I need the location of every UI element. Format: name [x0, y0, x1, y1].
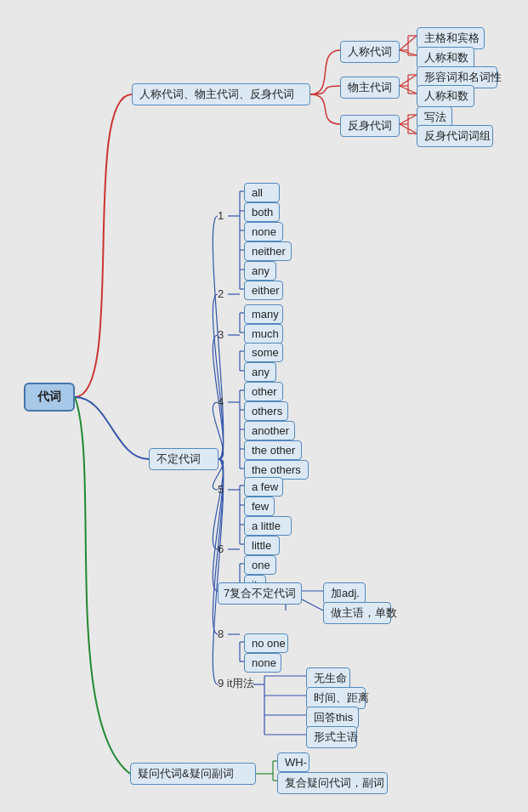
- svg-line-5: [400, 124, 417, 133]
- leaf-g3i1: some: [244, 343, 283, 362]
- sub-branch-sb3: 反身代词: [340, 115, 400, 137]
- leaf-g1i3: none: [244, 222, 283, 241]
- group-num-label-7: 8: [218, 627, 224, 640]
- svg-line-4: [400, 115, 417, 124]
- leaf-g1i2: both: [244, 202, 280, 222]
- group-num-label-1: 2: [218, 287, 224, 300]
- leaf-b3l1: WH-: [277, 752, 309, 772]
- group-label-9: 9 it用法: [218, 676, 254, 691]
- leaf-g5i1: a few: [244, 477, 283, 497]
- leaf-g2i2: much: [244, 324, 283, 344]
- svg-line-1: [400, 50, 417, 55]
- leaf-c9l4: 形式主语: [306, 726, 357, 748]
- leaf-g2i1: many: [244, 304, 283, 324]
- group-num-label-5: 6: [218, 542, 224, 555]
- leaf-l4: 人称和数: [417, 85, 474, 107]
- leaf-g8i1: no one: [244, 633, 288, 653]
- leaf-g1i4: neither: [244, 241, 292, 261]
- group-num-label-2: 3: [218, 328, 224, 341]
- branch-personal-pronouns: 人称代词、物主代词、反身代词: [132, 83, 310, 105]
- group-num-label-4: 5: [218, 483, 224, 496]
- leaf-g3i2: any: [244, 362, 276, 382]
- leaf-g5i4: little: [244, 536, 280, 555]
- leaf-g1i5: any: [244, 261, 276, 281]
- leaf-g6i1: one: [244, 555, 276, 575]
- svg-line-0: [400, 36, 417, 50]
- mind-map-canvas: 代词人称代词、物主代词、反身代词人称代词物主代词反身代词主格和宾格人称和数形容词…: [0, 0, 528, 812]
- leaf-l6: 反身代词词组: [417, 125, 493, 147]
- leaf-b3l2: 复合疑问代词，副词: [277, 772, 388, 794]
- leaf-g4i2: others: [244, 401, 288, 421]
- leaf-g1i1: all: [244, 183, 280, 202]
- sub-branch-sb2: 物主代词: [340, 77, 400, 99]
- sub-branch-sb1: 人称代词: [340, 41, 400, 63]
- group-num-label-3: 4: [218, 395, 224, 408]
- leaf-c7l2: 做主语，单数: [323, 602, 391, 624]
- leaf-g4i4: the other: [244, 440, 302, 460]
- leaf-g4i1: other: [244, 382, 283, 401]
- leaf-g5i2: few: [244, 497, 275, 516]
- group-num-label-0: 1: [218, 209, 224, 222]
- svg-line-3: [400, 86, 417, 94]
- leaf-g1i6: either: [244, 281, 283, 300]
- branch-indefinite: 不定代词: [149, 448, 219, 470]
- branch-interrogative: 疑问代词&疑问副词: [130, 763, 256, 785]
- leaf-g4i3: another: [244, 421, 295, 440]
- group-label-7: 7复合不定代词: [218, 582, 302, 605]
- leaf-g8i2: none: [244, 653, 281, 673]
- root-node: 代词: [24, 383, 75, 412]
- svg-line-2: [400, 75, 417, 86]
- leaf-g5i3: a little: [244, 516, 292, 536]
